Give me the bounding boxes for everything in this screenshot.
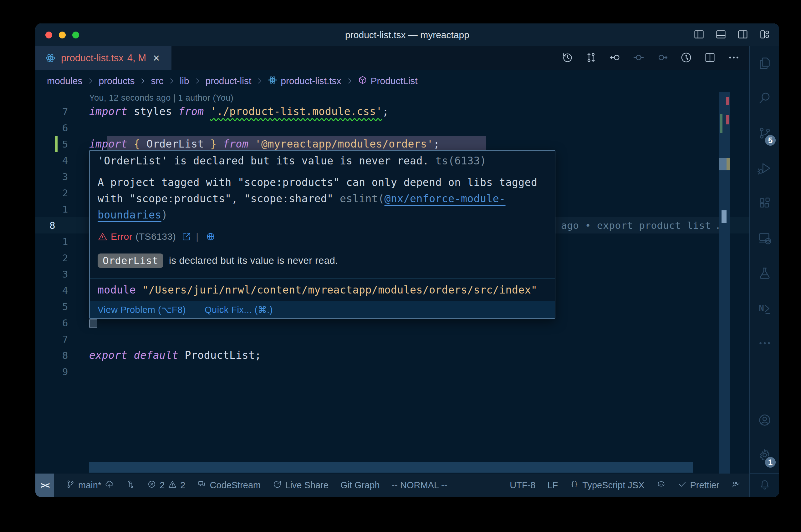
activity-nx-console-icon[interactable]: N — [750, 291, 779, 326]
goto-previous-location-icon[interactable] — [608, 51, 621, 65]
breadcrumb-item-product-list[interactable]: product-list — [205, 76, 252, 86]
viewport-slider — [719, 158, 727, 170]
git-added-mark — [720, 114, 723, 133]
line-number: 3 — [35, 266, 68, 282]
activity-test-beaker-icon[interactable] — [750, 256, 779, 291]
activity-extensions-icon[interactable] — [750, 186, 779, 221]
tab-close-icon[interactable]: × — [153, 53, 160, 64]
symbol-chip: OrderList — [98, 253, 163, 268]
activity-files-icon[interactable] — [750, 46, 779, 81]
activity-run-debug-icon[interactable] — [750, 151, 779, 186]
status-live-share[interactable]: Live Share — [273, 479, 329, 491]
status-bar-left: ><main*22CodeStreamLive ShareGit Graph--… — [35, 474, 447, 497]
activity-settings-gear-icon[interactable]: 1 — [750, 438, 779, 473]
layout-sidebar-right-icon[interactable] — [736, 28, 749, 42]
more-actions-icon[interactable] — [727, 51, 740, 65]
code-row[interactable]: 7 — [35, 331, 749, 347]
layout-grid-icon[interactable] — [759, 28, 771, 42]
status-prettier[interactable]: Prettier — [678, 479, 719, 491]
warning-icon — [168, 479, 177, 491]
line-number: 7 — [35, 331, 68, 347]
eslint-rule-link[interactable]: @nx/enforce-module- — [385, 193, 506, 205]
breadcrumb-item-product-list-tsx[interactable]: product-list.tsx — [268, 75, 341, 87]
breadcrumb: modulesproductssrclibproduct-listproduct… — [35, 70, 749, 92]
activity-remote-explorer-icon[interactable] — [750, 221, 779, 256]
layout-panel-icon[interactable] — [715, 28, 727, 42]
status-eol[interactable]: LF — [547, 480, 558, 490]
window-controls — [45, 32, 79, 38]
notifications-bell[interactable] — [750, 473, 779, 497]
breadcrumb-label: lib — [180, 76, 189, 86]
account-icon — [758, 413, 772, 429]
line-number: 2 — [35, 185, 68, 201]
eslint-rule-link[interactable]: boundaries — [98, 209, 161, 221]
react-icon — [45, 53, 56, 64]
status-vim-mode[interactable]: -- NORMAL -- — [392, 480, 448, 490]
error-message: is declared but its value is never read. — [169, 255, 338, 266]
code-row[interactable]: 9 — [35, 363, 749, 380]
breadcrumb-item-src[interactable]: src — [151, 76, 163, 86]
commit-graph-sb-icon — [126, 479, 135, 491]
git-blame-heading: You, 12 seconds ago | 1 author (You) — [35, 92, 749, 103]
diagnostic-source: ts(6133) — [436, 155, 487, 167]
status-remote-indicator[interactable]: >< — [35, 474, 54, 497]
activity-search-icon[interactable] — [750, 81, 779, 116]
activity-account-icon[interactable] — [750, 403, 779, 438]
svg-text:{}: {} — [571, 480, 578, 488]
status-language[interactable]: {}TypeScript JSX — [570, 479, 644, 491]
status-git-branch[interactable]: main* — [66, 479, 114, 491]
cloud-upload-icon — [105, 479, 114, 491]
line-number: 6 — [35, 315, 68, 331]
breadcrumb-item-modules[interactable]: modules — [47, 76, 82, 86]
line-number: 5 — [35, 299, 68, 315]
status-problems[interactable]: 22 — [147, 479, 185, 491]
line-number: 6 — [35, 120, 68, 136]
tab-label: product-list.tsx — [61, 53, 124, 64]
chevron-right-icon — [194, 77, 201, 85]
vscode-window: product-list.tsx — myreactapp product-li… — [35, 23, 779, 497]
breadcrumb-item-productlist[interactable]: ProductList — [358, 75, 418, 87]
code-row[interactable]: 6 — [35, 120, 749, 136]
activity-more-icon[interactable] — [750, 326, 779, 361]
status-bar-right: UTF-8LF{}TypeScript JSXPrettier — [510, 479, 749, 491]
globe-icon[interactable] — [205, 232, 216, 242]
react-icon — [268, 75, 281, 87]
view-problem-button[interactable]: View Problem (⌥F8) — [98, 304, 186, 315]
code-row[interactable]: 7import styles from './product-list.modu… — [35, 103, 749, 120]
viewport-slider-olive — [727, 158, 730, 170]
breadcrumb-item-products[interactable]: products — [98, 76, 134, 86]
horizontal-scrollbar[interactable] — [89, 462, 693, 473]
hover-resize-handle[interactable] — [89, 320, 97, 327]
error-code: (TS6133) — [135, 231, 176, 242]
breadcrumb-item-lib[interactable]: lib — [180, 76, 189, 86]
next-change-icon[interactable] — [656, 51, 669, 65]
previous-change-icon[interactable] — [632, 51, 645, 65]
compare-changes-icon[interactable] — [585, 51, 597, 65]
branch-icon — [66, 479, 75, 491]
status-feedback[interactable] — [731, 479, 741, 491]
status-git-graph[interactable]: Git Graph — [341, 480, 380, 490]
status-codestream[interactable]: CodeStream — [197, 479, 261, 491]
copilot-icon — [656, 479, 666, 491]
external-link-icon[interactable] — [181, 232, 192, 242]
code-line: export default ProductList; — [89, 347, 261, 363]
activity-source-control-icon[interactable]: 5 — [750, 116, 779, 151]
commit-graph-icon[interactable] — [680, 51, 692, 65]
status-copilot[interactable] — [656, 479, 666, 491]
tab-product-list[interactable]: product-list.tsx 4, M × — [35, 46, 171, 70]
status-commit-graph[interactable] — [126, 479, 135, 491]
svg-text:N: N — [759, 303, 764, 314]
editor-pane[interactable]: You, 12 seconds ago | 1 author (You) 7im… — [35, 92, 749, 474]
code-row[interactable]: 8export default ProductList; — [35, 347, 749, 363]
hover-error-detail: Error(TS6133) | OrderList is declared bu… — [90, 225, 555, 279]
split-editor-icon[interactable] — [704, 51, 716, 65]
quick-fix-button[interactable]: Quick Fix... (⌘.) — [205, 304, 273, 315]
minimize-button[interactable] — [59, 32, 66, 38]
overview-ruler — [719, 92, 730, 474]
error-mark — [726, 97, 729, 105]
layout-sidebar-icon[interactable] — [693, 28, 705, 42]
history-icon[interactable] — [561, 51, 574, 65]
zoom-button[interactable] — [72, 32, 79, 38]
status-encoding[interactable]: UTF-8 — [510, 480, 535, 490]
close-button[interactable] — [45, 32, 52, 38]
